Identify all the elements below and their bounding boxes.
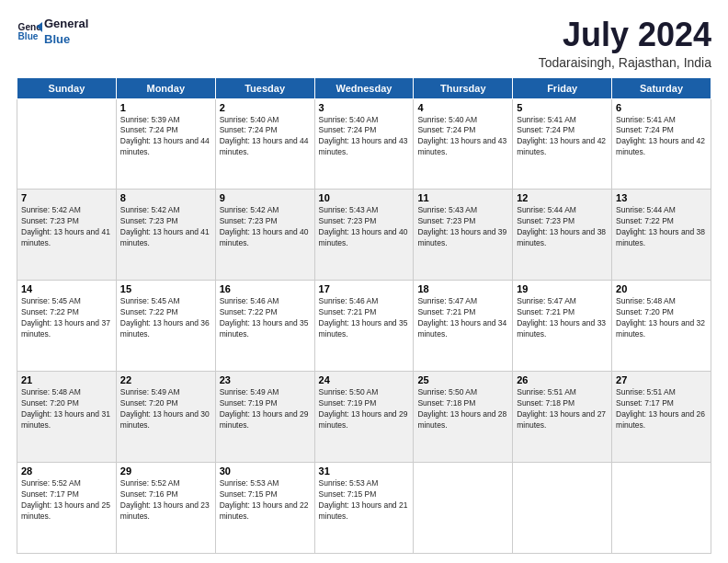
calendar-week-row: 14 Sunrise: 5:45 AM Sunset: 7:22 PM Dayl… bbox=[17, 281, 711, 372]
calendar-cell: 23 Sunrise: 5:49 AM Sunset: 7:19 PM Dayl… bbox=[215, 372, 314, 463]
calendar-cell: 27 Sunrise: 5:51 AM Sunset: 7:17 PM Dayl… bbox=[612, 372, 711, 463]
day-info: Sunrise: 5:49 AM Sunset: 7:19 PM Dayligh… bbox=[220, 387, 311, 431]
calendar-cell: 20 Sunrise: 5:48 AM Sunset: 7:20 PM Dayl… bbox=[612, 281, 711, 372]
calendar-cell: 6 Sunrise: 5:41 AM Sunset: 7:24 PM Dayli… bbox=[612, 98, 711, 190]
calendar-header-row: SundayMondayTuesdayWednesdayThursdayFrid… bbox=[17, 77, 711, 98]
day-number: 23 bbox=[220, 374, 311, 385]
day-info: Sunrise: 5:44 AM Sunset: 7:22 PM Dayligh… bbox=[616, 205, 707, 249]
calendar-cell bbox=[513, 463, 612, 554]
day-number: 20 bbox=[616, 283, 707, 294]
weekday-header: Friday bbox=[513, 77, 612, 98]
day-info: Sunrise: 5:39 AM Sunset: 7:24 PM Dayligh… bbox=[120, 115, 211, 159]
calendar-cell: 21 Sunrise: 5:48 AM Sunset: 7:20 PM Dayl… bbox=[17, 372, 117, 463]
day-info: Sunrise: 5:52 AM Sunset: 7:17 PM Dayligh… bbox=[21, 478, 112, 523]
weekday-header: Saturday bbox=[612, 77, 711, 98]
day-number: 10 bbox=[319, 192, 410, 203]
calendar-cell: 24 Sunrise: 5:50 AM Sunset: 7:19 PM Dayl… bbox=[314, 372, 414, 463]
calendar-cell: 11 Sunrise: 5:43 AM Sunset: 7:23 PM Dayl… bbox=[414, 190, 513, 281]
day-number: 27 bbox=[616, 374, 707, 385]
day-info: Sunrise: 5:42 AM Sunset: 7:23 PM Dayligh… bbox=[21, 205, 112, 249]
day-number: 3 bbox=[319, 102, 410, 113]
day-number: 30 bbox=[220, 465, 311, 477]
day-number: 15 bbox=[120, 283, 211, 294]
calendar-cell: 5 Sunrise: 5:41 AM Sunset: 7:24 PM Dayli… bbox=[513, 98, 612, 190]
calendar-cell: 8 Sunrise: 5:42 AM Sunset: 7:23 PM Dayli… bbox=[116, 190, 215, 281]
day-number: 16 bbox=[220, 283, 311, 294]
calendar-cell: 12 Sunrise: 5:44 AM Sunset: 7:23 PM Dayl… bbox=[513, 190, 612, 281]
calendar-cell: 3 Sunrise: 5:40 AM Sunset: 7:24 PM Dayli… bbox=[314, 98, 414, 190]
day-number: 21 bbox=[21, 374, 112, 385]
day-number: 31 bbox=[319, 465, 410, 477]
calendar-cell: 17 Sunrise: 5:46 AM Sunset: 7:21 PM Dayl… bbox=[314, 281, 414, 372]
calendar-cell: 28 Sunrise: 5:52 AM Sunset: 7:17 PM Dayl… bbox=[17, 463, 117, 554]
day-info: Sunrise: 5:51 AM Sunset: 7:17 PM Dayligh… bbox=[616, 387, 707, 431]
calendar-cell bbox=[612, 463, 711, 554]
day-info: Sunrise: 5:47 AM Sunset: 7:21 PM Dayligh… bbox=[517, 296, 608, 340]
day-number: 7 bbox=[21, 192, 112, 203]
calendar-cell: 4 Sunrise: 5:40 AM Sunset: 7:24 PM Dayli… bbox=[414, 98, 513, 190]
weekday-header: Thursday bbox=[414, 77, 513, 98]
calendar-cell bbox=[414, 463, 513, 554]
calendar-cell: 1 Sunrise: 5:39 AM Sunset: 7:24 PM Dayli… bbox=[116, 98, 215, 190]
calendar-cell: 30 Sunrise: 5:53 AM Sunset: 7:15 PM Dayl… bbox=[215, 463, 314, 554]
day-info: Sunrise: 5:44 AM Sunset: 7:23 PM Dayligh… bbox=[517, 205, 608, 249]
calendar-cell: 13 Sunrise: 5:44 AM Sunset: 7:22 PM Dayl… bbox=[612, 190, 711, 281]
day-info: Sunrise: 5:53 AM Sunset: 7:15 PM Dayligh… bbox=[319, 478, 410, 523]
calendar-cell: 18 Sunrise: 5:47 AM Sunset: 7:21 PM Dayl… bbox=[414, 281, 513, 372]
weekday-header: Tuesday bbox=[215, 77, 314, 98]
calendar-cell: 19 Sunrise: 5:47 AM Sunset: 7:21 PM Dayl… bbox=[513, 281, 612, 372]
day-info: Sunrise: 5:45 AM Sunset: 7:22 PM Dayligh… bbox=[21, 296, 112, 340]
day-info: Sunrise: 5:51 AM Sunset: 7:18 PM Dayligh… bbox=[517, 387, 608, 431]
calendar-cell: 29 Sunrise: 5:52 AM Sunset: 7:16 PM Dayl… bbox=[116, 463, 215, 554]
day-info: Sunrise: 5:49 AM Sunset: 7:20 PM Dayligh… bbox=[120, 387, 211, 431]
logo: General Blue General Blue bbox=[17, 17, 88, 48]
day-info: Sunrise: 5:53 AM Sunset: 7:15 PM Dayligh… bbox=[220, 478, 311, 523]
day-info: Sunrise: 5:40 AM Sunset: 7:24 PM Dayligh… bbox=[417, 115, 508, 159]
day-number: 19 bbox=[517, 283, 608, 294]
day-number: 14 bbox=[21, 283, 112, 294]
day-info: Sunrise: 5:40 AM Sunset: 7:24 PM Dayligh… bbox=[319, 115, 410, 159]
calendar-cell: 7 Sunrise: 5:42 AM Sunset: 7:23 PM Dayli… bbox=[17, 190, 117, 281]
logo-icon: General Blue bbox=[17, 19, 42, 45]
day-info: Sunrise: 5:46 AM Sunset: 7:22 PM Dayligh… bbox=[220, 296, 311, 340]
calendar-cell: 25 Sunrise: 5:50 AM Sunset: 7:18 PM Dayl… bbox=[414, 372, 513, 463]
day-number: 2 bbox=[220, 102, 311, 113]
day-info: Sunrise: 5:42 AM Sunset: 7:23 PM Dayligh… bbox=[220, 205, 311, 249]
calendar-week-row: 28 Sunrise: 5:52 AM Sunset: 7:17 PM Dayl… bbox=[17, 463, 711, 554]
day-number: 17 bbox=[319, 283, 410, 294]
header: General Blue General Blue July 2024 Toda… bbox=[17, 17, 711, 70]
day-info: Sunrise: 5:48 AM Sunset: 7:20 PM Dayligh… bbox=[616, 296, 707, 340]
svg-text:Blue: Blue bbox=[18, 31, 39, 41]
day-number: 13 bbox=[616, 192, 707, 203]
calendar-week-row: 7 Sunrise: 5:42 AM Sunset: 7:23 PM Dayli… bbox=[17, 190, 711, 281]
logo-general: General bbox=[44, 17, 88, 32]
calendar-cell: 10 Sunrise: 5:43 AM Sunset: 7:23 PM Dayl… bbox=[314, 190, 414, 281]
weekday-header: Wednesday bbox=[314, 77, 414, 98]
day-info: Sunrise: 5:42 AM Sunset: 7:23 PM Dayligh… bbox=[120, 205, 211, 249]
day-info: Sunrise: 5:46 AM Sunset: 7:21 PM Dayligh… bbox=[319, 296, 410, 340]
day-number: 22 bbox=[120, 374, 211, 385]
calendar-week-row: 21 Sunrise: 5:48 AM Sunset: 7:20 PM Dayl… bbox=[17, 372, 711, 463]
day-number: 5 bbox=[517, 102, 608, 113]
day-info: Sunrise: 5:41 AM Sunset: 7:24 PM Dayligh… bbox=[517, 115, 608, 159]
day-info: Sunrise: 5:43 AM Sunset: 7:23 PM Dayligh… bbox=[417, 205, 508, 249]
calendar-week-row: 1 Sunrise: 5:39 AM Sunset: 7:24 PM Dayli… bbox=[17, 98, 711, 190]
calendar-cell: 15 Sunrise: 5:45 AM Sunset: 7:22 PM Dayl… bbox=[116, 281, 215, 372]
day-number: 1 bbox=[120, 102, 211, 113]
day-number: 28 bbox=[21, 465, 112, 477]
day-info: Sunrise: 5:41 AM Sunset: 7:24 PM Dayligh… bbox=[616, 115, 707, 159]
day-number: 9 bbox=[220, 192, 311, 203]
day-number: 6 bbox=[616, 102, 707, 113]
day-number: 18 bbox=[417, 283, 508, 294]
calendar-cell: 31 Sunrise: 5:53 AM Sunset: 7:15 PM Dayl… bbox=[314, 463, 414, 554]
day-info: Sunrise: 5:48 AM Sunset: 7:20 PM Dayligh… bbox=[21, 387, 112, 431]
day-number: 8 bbox=[120, 192, 211, 203]
day-info: Sunrise: 5:47 AM Sunset: 7:21 PM Dayligh… bbox=[417, 296, 508, 340]
page: General Blue General Blue July 2024 Toda… bbox=[0, 0, 728, 563]
day-info: Sunrise: 5:43 AM Sunset: 7:23 PM Dayligh… bbox=[319, 205, 410, 249]
calendar-cell: 2 Sunrise: 5:40 AM Sunset: 7:24 PM Dayli… bbox=[215, 98, 314, 190]
calendar-cell: 9 Sunrise: 5:42 AM Sunset: 7:23 PM Dayli… bbox=[215, 190, 314, 281]
calendar-cell bbox=[17, 98, 117, 190]
main-title: July 2024 bbox=[539, 17, 711, 53]
calendar-cell: 26 Sunrise: 5:51 AM Sunset: 7:18 PM Dayl… bbox=[513, 372, 612, 463]
